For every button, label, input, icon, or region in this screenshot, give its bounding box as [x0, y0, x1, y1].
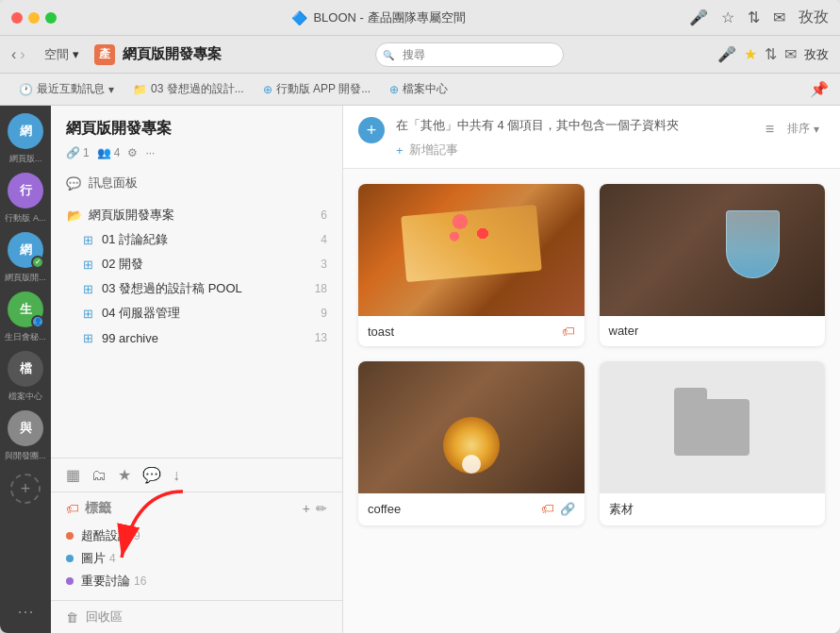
tree-item-count-99: 13 — [315, 331, 327, 344]
tree-item-02[interactable]: ⊞ 02 開發 3 — [51, 252, 342, 276]
pin-icon[interactable]: 📌 — [810, 80, 829, 98]
tree-item-count-04: 9 — [321, 307, 327, 320]
content-area: + 在「其他」中共有 4 個項目，其中包含一個子資料夾 + 新增記事 ≡ 排序 … — [343, 106, 840, 633]
chat-view-icon[interactable]: 💬 — [142, 466, 161, 484]
star-icon[interactable]: ☆ — [721, 8, 734, 26]
tag-name-1: 超酷設計 — [81, 527, 130, 544]
list-view-icon[interactable]: ≡ — [766, 121, 774, 138]
card-coffee[interactable]: coffee 🏷 🔗 — [358, 361, 585, 525]
user-name[interactable]: 孜孜 — [804, 46, 829, 63]
subfolder-icon-04: ⊞ — [79, 305, 96, 322]
sidebar-bottom-toolbar: ▦ 🗂 ★ 💬 ↓ — [51, 458, 342, 491]
space-label: 空間 — [44, 46, 69, 63]
tag-item-3[interactable]: 重要討論 16 — [66, 570, 327, 592]
add-workspace-button[interactable]: + — [10, 474, 41, 504]
breadcrumb-recent[interactable]: 🕐 最近互動訊息 ▾ — [11, 79, 122, 99]
rail-avatar-6[interactable]: 與 — [8, 410, 43, 446]
toolbar: ‹ › 空間 ▾ 產 網頁版開發專案 🎤 ★ ⇅ ✉ 孜孜 — [0, 36, 840, 74]
card-icons-toast: 🏷 — [562, 324, 575, 339]
star-toolbar-icon[interactable]: ★ — [744, 45, 757, 63]
breadcrumb-item-3[interactable]: ⊕ 檔案中心 — [382, 79, 455, 99]
members-meta[interactable]: 👥 4 — [97, 146, 121, 159]
tag-count-1: 9 — [134, 529, 140, 542]
rail-label-1: 網頁版... — [9, 153, 42, 165]
rail-avatar-5[interactable]: 檔 — [8, 351, 43, 387]
sort-toolbar-icon[interactable]: ⇅ — [765, 45, 777, 63]
person-badge: 👤 — [31, 315, 44, 328]
mail-icon[interactable]: ✉ — [773, 8, 785, 26]
forward-icon[interactable]: › — [20, 46, 25, 63]
minimize-button[interactable] — [28, 12, 40, 24]
recent-icon: 🕐 — [19, 83, 33, 96]
new-note-button[interactable]: + 新增記事 — [396, 140, 766, 160]
card-image-water — [600, 184, 826, 316]
tree-item-04[interactable]: ⊞ 04 伺服器管理 9 — [51, 301, 342, 325]
add-tag-icon[interactable]: + — [303, 501, 310, 516]
people-icon: 👥 — [97, 146, 111, 159]
avatar-rail: 網 網頁版... 行 行動版 A... 網 ✓ 網頁版開... 生 👤 生日會秘… — [0, 106, 51, 633]
rail-avatar-4[interactable]: 生 👤 — [8, 292, 43, 327]
sidebar-project-title: 網頁版開發專案 — [66, 119, 172, 139]
tag-item-2[interactable]: 圖片 4 — [66, 547, 327, 570]
more-icon[interactable]: ··· — [145, 146, 155, 159]
tree-item-03[interactable]: ⊞ 03 發想過的設計稿 POOL 18 — [51, 276, 342, 301]
trash-section[interactable]: 🗑 回收區 — [51, 600, 342, 633]
message-board-item[interactable]: 💬 訊息面板 — [51, 167, 342, 199]
tag-count-3: 16 — [134, 575, 146, 588]
search-input[interactable] — [375, 42, 564, 67]
rail-avatar-2[interactable]: 行 — [8, 173, 43, 208]
rail-avatar-1[interactable]: 網 — [8, 113, 43, 149]
bc2-label: 行動版 APP 開發... — [276, 81, 371, 97]
star-view-icon[interactable]: ★ — [118, 466, 131, 484]
sort-button[interactable]: 排序 ▾ — [782, 119, 825, 139]
card-toast[interactable]: toast 🏷 — [358, 184, 585, 346]
tree-item-root[interactable]: 📂 網頁版開發專案 6 — [51, 203, 342, 227]
card-water[interactable]: water — [600, 184, 826, 346]
bc1-icon: 📁 — [133, 83, 147, 96]
card-footer-coffee: coffee 🏷 🔗 — [358, 493, 585, 524]
bc1-label: 03 發想過的設計... — [151, 81, 244, 97]
traffic-lights — [11, 12, 57, 24]
back-icon[interactable]: ‹ — [11, 46, 16, 63]
rail-label-3: 網頁版開... — [5, 272, 46, 284]
sort-icon[interactable]: ⇅ — [748, 8, 760, 26]
card-folder[interactable]: 素材 — [600, 361, 826, 525]
tag-item-1[interactable]: 超酷設計 9 — [66, 525, 327, 547]
links-meta[interactable]: 🔗 1 — [66, 146, 90, 159]
card-image-coffee — [358, 361, 585, 493]
tree-item-99[interactable]: ⊞ 99 archive 13 — [51, 325, 342, 350]
rail-label-5: 檔案中心 — [8, 391, 42, 403]
download-view-icon[interactable]: ↓ — [173, 467, 180, 484]
mic-toolbar-icon[interactable]: 🎤 — [717, 45, 736, 63]
workspace-title: 網頁版開發專案 — [123, 45, 222, 63]
close-button[interactable] — [11, 12, 23, 24]
breadcrumb-item-1[interactable]: 📁 03 發想過的設計... — [125, 79, 252, 99]
user-avatar[interactable]: 孜孜 — [799, 8, 829, 27]
link-icon: 🔗 — [66, 146, 80, 159]
app-window: 🔷 BLOON - 產品團隊專屬空間 🎤 ☆ ⇅ ✉ 孜孜 ‹ › 空間 ▾ 產… — [0, 0, 840, 633]
space-button[interactable]: 空間 ▾ — [37, 44, 87, 65]
workspace-icon[interactable]: 產 — [94, 44, 115, 65]
grid-view-icon[interactable]: ▦ — [66, 466, 80, 484]
card-title-water: water — [609, 324, 639, 338]
sidebar-header: 網頁版開發專案 — [51, 106, 342, 146]
titlebar-right: 🎤 ☆ ⇅ ✉ 孜孜 — [689, 8, 829, 27]
mail-toolbar-icon[interactable]: ✉ — [784, 45, 797, 63]
tag-icon-toast[interactable]: 🏷 — [562, 324, 575, 339]
tag-dot-3 — [66, 577, 74, 585]
add-content-button[interactable]: + — [358, 117, 385, 143]
tag-icon-coffee[interactable]: 🏷 — [541, 501, 554, 516]
mic-icon[interactable]: 🎤 — [689, 8, 708, 26]
tree-item-name-03: 03 發想過的設計稿 POOL — [102, 280, 311, 297]
tree-item-01[interactable]: ⊞ 01 討論紀錄 4 — [51, 227, 342, 252]
tags-section: 🏷 標籤 + ✏ 超酷設計 9 圖片 4 — [51, 491, 342, 600]
maximize-button[interactable] — [45, 12, 57, 24]
breadcrumb-item-2[interactable]: ⊕ 行動版 APP 開發... — [255, 79, 378, 99]
tag-name-2: 圖片 — [81, 550, 106, 567]
folder-view-icon[interactable]: 🗂 — [91, 467, 107, 484]
more-options-icon[interactable]: ⋯ — [17, 601, 34, 622]
edit-tag-icon[interactable]: ✏ — [316, 501, 327, 516]
link-icon-coffee[interactable]: 🔗 — [560, 502, 575, 516]
rail-avatar-3[interactable]: 網 ✓ — [8, 232, 43, 268]
settings-icon[interactable]: ⚙ — [127, 146, 138, 159]
